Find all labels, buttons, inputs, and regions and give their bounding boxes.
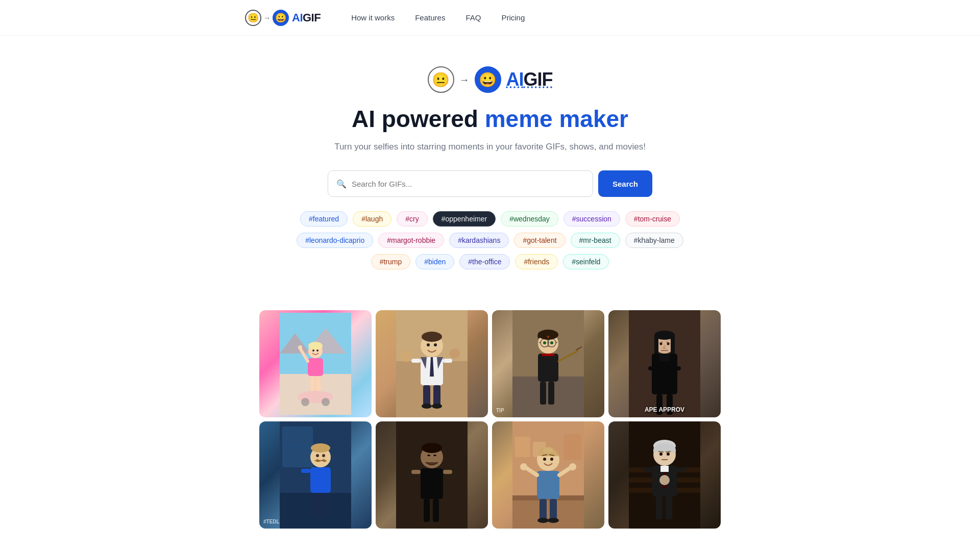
svg-point-19 [422, 332, 442, 342]
gif-grid: TIP [0, 310, 980, 529]
gif-card-office[interactable] [376, 310, 488, 417]
svg-point-31 [432, 404, 442, 409]
svg-rect-28 [423, 385, 430, 406]
office-figure [396, 310, 468, 417]
tag-biden[interactable]: #biden [415, 254, 454, 269]
tag-friends[interactable]: #friends [515, 254, 558, 269]
svg-rect-120 [660, 466, 669, 472]
gif-card-ted[interactable]: #TEDL [259, 421, 372, 529]
svg-point-48 [550, 341, 553, 344]
svg-point-12 [301, 398, 309, 406]
svg-rect-57 [659, 354, 670, 361]
gif-label-snape: APE APPROV [645, 406, 684, 413]
svg-rect-29 [433, 385, 440, 406]
hero-subtext: Turn your selfies into starring moments … [334, 142, 646, 152]
svg-point-111 [548, 518, 559, 523]
svg-rect-9 [310, 376, 315, 391]
svg-rect-43 [538, 354, 558, 382]
svg-point-124 [659, 453, 663, 456]
svg-point-8 [298, 345, 302, 349]
svg-point-98 [543, 447, 553, 453]
svg-point-102 [520, 463, 527, 470]
tag-cry[interactable]: #cry [397, 211, 427, 227]
svg-rect-84 [421, 468, 443, 499]
tag-leonardo-dicaprio[interactable]: #leonardo-dicaprio [297, 233, 373, 248]
svg-point-32 [400, 350, 412, 362]
nav-how-it-works[interactable]: How it works [351, 13, 395, 22]
gif-card-harry[interactable]: TIP [492, 310, 604, 417]
tag-kardashians[interactable]: #kardashians [449, 233, 509, 248]
nav-faq[interactable]: FAQ [465, 13, 481, 22]
svg-rect-130 [666, 496, 672, 519]
tag-trump[interactable]: #trump [371, 254, 411, 269]
svg-point-123 [659, 475, 670, 485]
svg-point-77 [316, 454, 319, 457]
hero-logo: 😐 → 😀 AIGIF [428, 66, 553, 93]
svg-point-55 [654, 331, 675, 340]
nav-logo[interactable]: 😐 → 😀 AIGIF [245, 10, 321, 26]
nav-pricing[interactable]: Pricing [501, 13, 525, 22]
svg-point-14 [312, 349, 314, 352]
svg-rect-122 [677, 467, 686, 471]
svg-point-73 [311, 443, 330, 453]
tag-the-office[interactable]: #the-office [459, 254, 510, 269]
gif-card-seinfeld[interactable] [492, 421, 604, 529]
svg-line-39 [539, 342, 541, 343]
svg-rect-76 [321, 469, 330, 473]
svg-point-47 [543, 341, 546, 344]
logo-arrow-icon: → [263, 14, 271, 22]
dark2-figure [396, 421, 468, 529]
tag-tom-cruise[interactable]: #tom-cruise [625, 211, 680, 227]
svg-line-40 [556, 342, 557, 343]
nav-features[interactable]: Features [415, 13, 445, 22]
svg-point-105 [550, 458, 553, 461]
svg-rect-49 [540, 382, 546, 405]
svg-point-5 [308, 342, 323, 350]
svg-rect-85 [411, 470, 421, 474]
gif-card-dark2[interactable] [376, 421, 488, 529]
gif-card-dark3[interactable] [608, 421, 721, 529]
tag-got-talent[interactable]: #got-talent [514, 233, 565, 248]
svg-rect-75 [301, 469, 310, 473]
tag-seinfeld[interactable]: #seinfeld [563, 254, 609, 269]
svg-rect-80 [321, 493, 327, 516]
tag-succession[interactable]: #succession [564, 211, 620, 227]
svg-rect-6 [308, 358, 323, 376]
svg-point-33 [450, 348, 460, 359]
tag-oppenheimer[interactable]: #oppenheimer [433, 211, 496, 227]
tag-featured[interactable]: #featured [300, 211, 348, 227]
tag-mr-beast[interactable]: #mr-beast [571, 233, 620, 248]
logo-text: AIGIF [292, 11, 321, 24]
tag-khaby-lame[interactable]: #khaby-lame [625, 233, 683, 248]
svg-rect-108 [540, 499, 547, 520]
tag-laugh[interactable]: #laugh [353, 211, 391, 227]
search-icon: 🔍 [336, 179, 347, 189]
nav-links: How it works Features FAQ Pricing [351, 13, 525, 22]
svg-rect-90 [433, 499, 439, 522]
svg-rect-44 [542, 354, 554, 356]
svg-rect-99 [537, 471, 559, 499]
search-box: 🔍 [328, 170, 593, 197]
svg-point-78 [322, 454, 325, 457]
svg-rect-10 [316, 376, 321, 391]
gif-watermark-harry: TIP [496, 408, 504, 413]
search-button[interactable]: Search [598, 170, 652, 197]
tags-row-2: #leonardo-dicaprio #margot-robbie #karda… [297, 233, 683, 248]
tags-row-3: #trump #biden #the-office #friends #sein… [371, 254, 609, 269]
svg-point-103 [569, 463, 576, 470]
svg-point-110 [537, 518, 549, 523]
svg-rect-92 [512, 498, 584, 529]
svg-rect-25 [443, 359, 452, 363]
snape-figure [629, 310, 700, 417]
svg-point-83 [422, 443, 442, 453]
gif-card-barbie[interactable] [259, 310, 372, 417]
search-input[interactable] [352, 180, 584, 188]
logo-neutral-face: 😐 [245, 10, 261, 26]
search-container: 🔍 Search [328, 170, 652, 197]
gif-card-snape[interactable]: APE APPROV [608, 310, 721, 417]
hero-headline: AI powered meme maker [352, 105, 628, 133]
svg-point-60 [660, 343, 663, 345]
tags-row-1: #featured #laugh #cry #oppenheimer #wedn… [300, 211, 680, 227]
tag-margot-robbie[interactable]: #margot-robbie [378, 233, 444, 248]
tag-wednesday[interactable]: #wednesday [501, 211, 558, 227]
